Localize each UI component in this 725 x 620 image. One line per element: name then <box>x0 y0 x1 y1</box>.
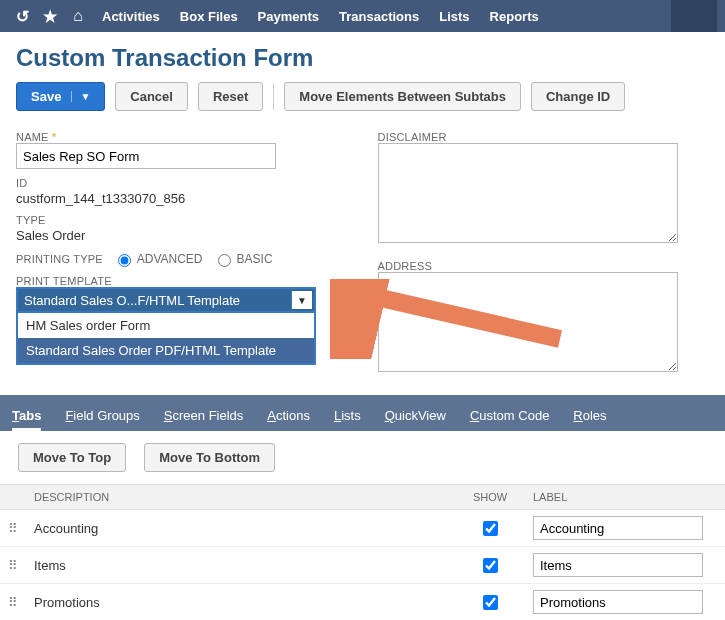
row-show-checkbox[interactable] <box>483 558 498 573</box>
disclaimer-textarea[interactable] <box>378 143 678 243</box>
row-description: Accounting <box>26 510 455 547</box>
cancel-button[interactable]: Cancel <box>115 82 188 111</box>
top-navbar: ↺ ★ ⌂ Activities Box Files Payments Tran… <box>0 0 725 32</box>
disclaimer-label: DISCLAIMER <box>378 131 710 143</box>
col-show: SHOW <box>455 485 525 510</box>
nav-reports[interactable]: Reports <box>480 9 549 24</box>
move-elements-button[interactable]: Move Elements Between Subtabs <box>284 82 521 111</box>
drag-handle-icon[interactable]: ⠿ <box>0 584 26 621</box>
subtab-lists[interactable]: Lists <box>334 408 361 431</box>
row-show-checkbox[interactable] <box>483 595 498 610</box>
print-template-option[interactable]: Standard Sales Order PDF/HTML Template <box>18 338 314 363</box>
subtab-quickview[interactable]: QuickView <box>385 408 446 431</box>
row-label-input[interactable] <box>533 553 703 577</box>
print-template-option[interactable]: HM Sales order Form <box>18 313 314 338</box>
history-icon[interactable]: ↺ <box>8 7 36 26</box>
save-button-label: Save <box>31 89 61 104</box>
print-template-select[interactable]: Standard Sales O...F/HTML Template HM Sa… <box>16 287 316 313</box>
grid-toolbar: Move To Top Move To Bottom <box>0 431 725 484</box>
nav-box-files[interactable]: Box Files <box>170 9 248 24</box>
address-label: ADDRESS <box>378 260 710 272</box>
nav-lists[interactable]: Lists <box>429 9 479 24</box>
printing-type-advanced-radio[interactable] <box>118 254 131 267</box>
nav-activities[interactable]: Activities <box>92 9 170 24</box>
save-dropdown-caret[interactable]: ▼ <box>71 91 90 102</box>
subtab-screen-fields[interactable]: Screen Fields <box>164 408 243 431</box>
print-template-dropdown: HM Sales order Form Standard Sales Order… <box>16 313 316 365</box>
page-title: Custom Transaction Form <box>16 44 725 72</box>
address-textarea[interactable] <box>378 272 678 372</box>
id-label: ID <box>16 177 348 189</box>
drag-handle-icon[interactable]: ⠿ <box>0 510 26 547</box>
tabs-grid: DESCRIPTION SHOW LABEL ⠿Accounting⠿Items… <box>0 484 725 620</box>
star-icon[interactable]: ★ <box>36 7 64 26</box>
move-to-top-button[interactable]: Move To Top <box>18 443 126 472</box>
nav-transactions[interactable]: Transactions <box>329 9 429 24</box>
subtab-actions[interactable]: Actions <box>267 408 310 431</box>
print-template-selected[interactable]: Standard Sales O...F/HTML Template <box>16 287 316 313</box>
name-label: NAME * <box>16 131 348 143</box>
change-id-button[interactable]: Change ID <box>531 82 625 111</box>
row-show-checkbox[interactable] <box>483 521 498 536</box>
nav-payments[interactable]: Payments <box>248 9 329 24</box>
right-column: DISCLAIMER ADDRESS <box>378 123 710 375</box>
reset-button[interactable]: Reset <box>198 82 263 111</box>
move-to-bottom-button[interactable]: Move To Bottom <box>144 443 275 472</box>
subtab-bar: Tabs Field Groups Screen Fields Actions … <box>0 395 725 431</box>
form-area: NAME * ID custform_144_t1333070_856 TYPE… <box>0 123 725 395</box>
toolbar-divider <box>273 84 274 110</box>
save-button[interactable]: Save ▼ <box>16 82 105 111</box>
action-toolbar: Save ▼ Cancel Reset Move Elements Betwee… <box>0 82 725 123</box>
subtab-field-groups[interactable]: Field Groups <box>65 408 139 431</box>
printing-type-basic-radio[interactable] <box>218 254 231 267</box>
col-description: DESCRIPTION <box>26 485 455 510</box>
row-description: Items <box>26 547 455 584</box>
subtab-roles[interactable]: Roles <box>573 408 606 431</box>
printing-type-label: PRINTING TYPE <box>16 253 103 265</box>
row-description: Promotions <box>26 584 455 621</box>
subtab-custom-code[interactable]: Custom Code <box>470 408 549 431</box>
printing-type-basic-label: BASIC <box>237 252 273 266</box>
home-icon[interactable]: ⌂ <box>64 7 92 25</box>
name-input[interactable] <box>16 143 276 169</box>
table-row: ⠿Items <box>0 547 725 584</box>
printing-type-advanced-label: ADVANCED <box>137 252 203 266</box>
subtab-tabs[interactable]: Tabs <box>12 408 41 431</box>
type-label: TYPE <box>16 214 348 226</box>
id-value: custform_144_t1333070_856 <box>16 191 348 206</box>
table-row: ⠿Promotions <box>0 584 725 621</box>
print-template-label: PRINT TEMPLATE <box>16 275 348 287</box>
table-row: ⠿Accounting <box>0 510 725 547</box>
drag-handle-icon[interactable]: ⠿ <box>0 547 26 584</box>
col-label: LABEL <box>525 485 725 510</box>
nav-tail <box>671 0 717 32</box>
left-column: NAME * ID custform_144_t1333070_856 TYPE… <box>16 123 348 375</box>
row-label-input[interactable] <box>533 590 703 614</box>
type-value: Sales Order <box>16 228 348 243</box>
row-label-input[interactable] <box>533 516 703 540</box>
